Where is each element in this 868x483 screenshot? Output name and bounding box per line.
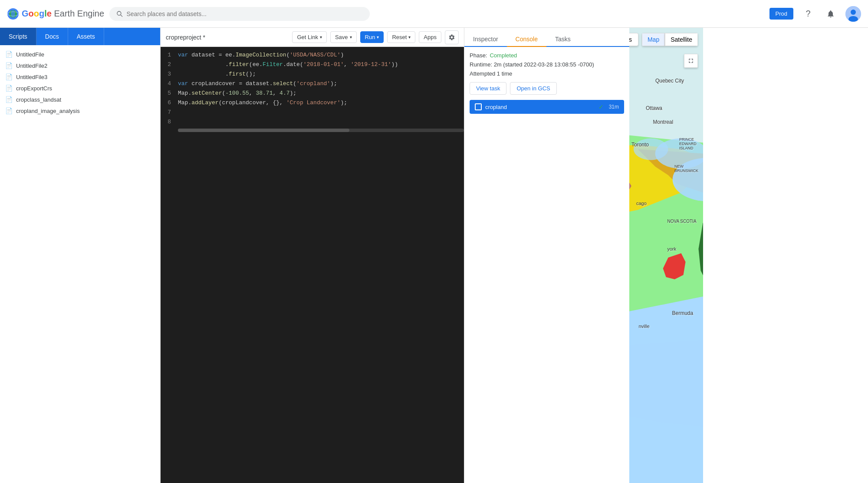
layer-name: cropland (485, 104, 507, 110)
header: Google Earth Engine Prod ? (0, 0, 868, 28)
phase-row: Phase: Completed (470, 52, 624, 59)
settings-icon (448, 34, 455, 41)
prod-button[interactable]: Prod (769, 8, 793, 20)
file-icon: 📄 (5, 96, 13, 103)
file-name: cropExportCrs (16, 85, 52, 92)
svg-point-4 (117, 11, 121, 15)
save-button[interactable]: Save ▾ (330, 31, 357, 43)
code-line-4: 4 var cropLandcover = dataset.select('cr… (161, 79, 464, 89)
bell-icon (826, 10, 835, 18)
file-item-untitledfile[interactable]: 📄 UntitledFile (0, 49, 160, 60)
file-icon: 📄 (5, 51, 13, 58)
svg-point-7 (851, 10, 856, 15)
fullscreen-icon (687, 57, 694, 64)
user-avatar[interactable] (845, 6, 861, 22)
file-icon: 📄 (5, 73, 13, 80)
avatar-icon (845, 6, 861, 22)
attempted-row: Attempted 1 time (470, 70, 624, 77)
right-tab-bar: Inspector Console Tasks (464, 28, 629, 47)
svg-line-5 (121, 14, 122, 16)
editor-panel: cropreproject * Get Link ▾ Save ▾ Run ▾ … (161, 28, 464, 483)
main-layout: Scripts Docs Assets 📄 UntitledFile 📄 Unt… (0, 28, 868, 483)
header-right: Prod ? (769, 6, 861, 22)
layer-square-icon (476, 104, 481, 109)
file-icon: 📄 (5, 62, 13, 69)
layer-icon (475, 103, 482, 110)
tab-assets[interactable]: Assets (68, 28, 104, 45)
code-line-6: 6 Map.addLayer(cropLandcover, {}, 'Crop … (161, 98, 464, 108)
tab-tasks[interactable]: Tasks (546, 32, 579, 47)
fullscreen-button[interactable] (684, 54, 698, 68)
task-action-row: View task Open in GCS (470, 82, 624, 95)
file-name: UntitledFile3 (16, 74, 47, 80)
reset-button[interactable]: Reset ▾ (387, 31, 415, 43)
search-input[interactable] (126, 10, 363, 17)
svg-point-2 (11, 10, 15, 18)
runtime-text: Runtime: 2m (started 2022-03-28 13:08:55… (470, 61, 594, 68)
code-line-3: 3 .first(); (161, 69, 464, 79)
file-item-untitledfile3[interactable]: 📄 UntitledFile3 (0, 71, 160, 83)
tab-console[interactable]: Console (507, 32, 546, 47)
right-panel: Inspector Console Tasks Phase: Completed… (464, 28, 629, 483)
view-task-button[interactable]: View task (470, 82, 506, 95)
app-logo: Google Earth Engine (7, 8, 104, 20)
file-name: cropland_image_analysis (16, 108, 80, 114)
earth-engine-icon (7, 8, 19, 20)
editor-toolbar: cropreproject * Get Link ▾ Save ▾ Run ▾ … (161, 28, 464, 47)
file-name: UntitledFile (16, 51, 44, 58)
code-line-1: 1 var dataset = ee.ImageCollection('USDA… (161, 50, 464, 60)
get-link-button[interactable]: Get Link ▾ (292, 31, 326, 43)
map-type-group: Map Satellite (642, 33, 698, 46)
search-icon (116, 10, 123, 17)
code-line-5: 5 Map.setCenter(-100.55, 38.71, 4.7); (161, 89, 464, 98)
layer-check-icon: ✓ (598, 103, 604, 110)
layer-item-cropland[interactable]: cropland ✓ 31m (470, 100, 624, 114)
file-name: UntitledFile2 (16, 63, 47, 69)
help-button[interactable]: ? (800, 6, 816, 22)
tab-docs[interactable]: Docs (36, 28, 68, 45)
code-editor[interactable]: 1 var dataset = ee.ImageCollection('USDA… (161, 47, 464, 483)
code-line-7: 7 (161, 108, 464, 117)
file-item-untitledfile2[interactable]: 📄 UntitledFile2 (0, 60, 160, 71)
file-item-cropclass-landsat[interactable]: 📄 cropclass_landsat (0, 94, 160, 105)
right-content: Phase: Completed Runtime: 2m (started 20… (464, 47, 629, 483)
left-panel: Scripts Docs Assets 📄 UntitledFile 📄 Unt… (0, 28, 161, 483)
file-icon: 📄 (5, 85, 13, 92)
layer-time: 31m (609, 104, 619, 110)
map-type-satellite-button[interactable]: Satellite (665, 33, 698, 46)
run-button[interactable]: Run ▾ (360, 31, 384, 43)
tab-inspector[interactable]: Inspector (464, 32, 507, 47)
settings-button[interactable] (445, 30, 459, 44)
file-name: cropclass_landsat (16, 96, 61, 103)
attempted-text: Attempted 1 time (470, 70, 512, 77)
editor-title: cropreproject * (166, 34, 205, 41)
file-item-cropland-image-analysis[interactable]: 📄 cropland_image_analysis (0, 105, 160, 116)
code-line-2: 2 .filter(ee.Filter.date('2018-01-01', '… (161, 60, 464, 69)
phase-label: Phase: (470, 52, 487, 59)
file-list: 📄 UntitledFile 📄 UntitledFile2 📄 Untitle… (0, 45, 160, 483)
tab-scripts[interactable]: Scripts (0, 28, 36, 45)
logo-text: Google Earth Engine (22, 9, 104, 19)
open-gcs-button[interactable]: Open in GCS (510, 82, 556, 95)
map-type-map-button[interactable]: Map (642, 33, 665, 46)
horizontal-scrollbar[interactable] (178, 129, 464, 132)
search-bar[interactable] (109, 7, 370, 21)
svg-point-12 (634, 139, 668, 160)
runtime-row: Runtime: 2m (started 2022-03-28 13:08:55… (470, 61, 624, 68)
left-tab-bar: Scripts Docs Assets (0, 28, 160, 45)
svg-rect-21 (476, 104, 481, 109)
apps-button[interactable]: Apps (419, 31, 441, 43)
phase-value: Completed (490, 52, 517, 59)
notifications-button[interactable] (823, 6, 838, 22)
file-icon: 📄 (5, 107, 13, 114)
file-item-cropexportcrs[interactable]: 📄 cropExportCrs (0, 83, 160, 94)
code-line-8: 8 (161, 117, 464, 127)
